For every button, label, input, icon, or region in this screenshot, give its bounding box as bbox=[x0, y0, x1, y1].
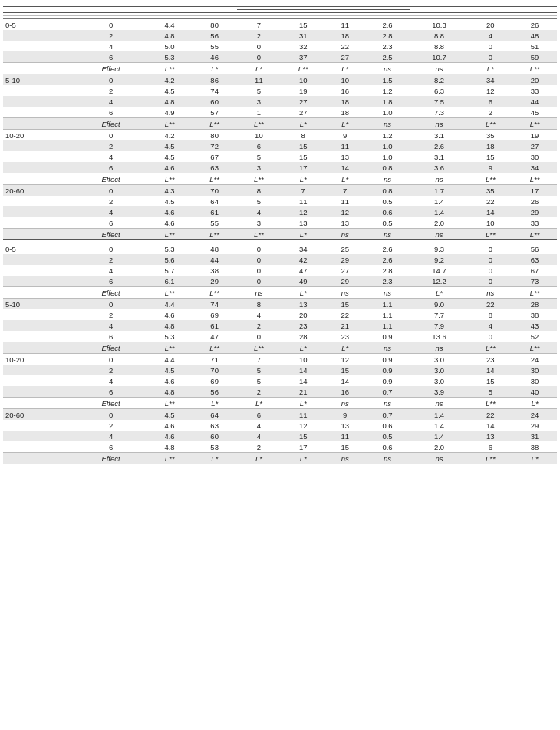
cell-lime: 6 bbox=[75, 331, 147, 342]
cell-p: 1.4 bbox=[410, 196, 469, 206]
cell-ph: 4.2 bbox=[147, 130, 192, 141]
cell-h-al: 80 bbox=[193, 130, 237, 141]
cell-base-sat: L* bbox=[512, 398, 557, 409]
cell-h-al: 61 bbox=[193, 206, 237, 217]
cell-depth: 0-5 bbox=[3, 19, 75, 31]
cell-al-sat: 6 bbox=[468, 441, 512, 453]
cell-h-al: 86 bbox=[193, 74, 237, 86]
cell-mg2: 29 bbox=[325, 254, 364, 265]
cell-base-sat: 44 bbox=[512, 96, 557, 107]
cell-al3: 2 bbox=[237, 30, 282, 41]
cell-depth bbox=[3, 265, 75, 276]
cell-base-sat: L** bbox=[512, 287, 557, 299]
cell-h-al: 74 bbox=[193, 85, 237, 96]
cell-ph: 5.7 bbox=[147, 265, 192, 276]
cell-lime: 0 bbox=[75, 409, 147, 421]
cell-h-al: 60 bbox=[193, 96, 237, 107]
cell-ph: 5.3 bbox=[147, 51, 192, 63]
cell-al3: 8 bbox=[237, 299, 282, 310]
cell-k: 1.8 bbox=[364, 96, 410, 107]
cell-k: 0.9 bbox=[364, 375, 410, 386]
table-row: 25.644042292.69.2063 bbox=[3, 254, 557, 265]
cell-ca2: 15 bbox=[281, 19, 325, 31]
table-row: EffectL**L**L**L*L*nsnsL**L** bbox=[3, 118, 557, 130]
cell-p: ns bbox=[410, 173, 469, 185]
cell-k: 0.8 bbox=[364, 185, 410, 197]
cell-lime: 2 bbox=[75, 254, 147, 265]
cell-depth bbox=[3, 375, 75, 386]
cell-ca2: 12 bbox=[281, 420, 325, 431]
cell-base-sat: 30 bbox=[512, 375, 557, 386]
table-row: 65.347028230.913.6052 bbox=[3, 331, 557, 342]
cell-ph: 4.2 bbox=[147, 74, 192, 86]
cell-ca2: L** bbox=[281, 63, 325, 74]
cell-ph: 5.3 bbox=[147, 331, 192, 342]
cell-depth bbox=[3, 217, 75, 229]
cell-lime: 0 bbox=[75, 354, 147, 365]
cell-depth bbox=[3, 342, 75, 354]
col-ph bbox=[147, 7, 192, 13]
cell-al-sat: 35 bbox=[468, 185, 512, 197]
cell-ca2: 47 bbox=[281, 265, 325, 276]
cell-base-sat: 30 bbox=[512, 151, 557, 162]
cell-al-sat: 15 bbox=[468, 375, 512, 386]
cell-k: 0.7 bbox=[364, 409, 410, 421]
cell-al3: 0 bbox=[237, 254, 282, 265]
cell-mg2: 23 bbox=[325, 331, 364, 342]
cell-h-al: 29 bbox=[193, 276, 237, 287]
cell-ca2: 21 bbox=[281, 386, 325, 398]
cell-ph: L** bbox=[147, 118, 192, 130]
cell-base-sat: 26 bbox=[512, 196, 557, 206]
cell-ph: 4.5 bbox=[147, 151, 192, 162]
cell-lime: 0 bbox=[75, 19, 147, 31]
cell-p: ns bbox=[410, 342, 469, 354]
table-row: 44.861223211.17.9443 bbox=[3, 320, 557, 331]
cell-depth bbox=[3, 320, 75, 331]
cell-al-sat: 15 bbox=[468, 151, 512, 162]
cell-ph: 4.8 bbox=[147, 441, 192, 453]
cell-k: 0.6 bbox=[364, 420, 410, 431]
cell-k: ns bbox=[364, 173, 410, 185]
cell-ca2: 12 bbox=[281, 206, 325, 217]
cell-depth bbox=[3, 140, 75, 151]
cell-base-sat: 29 bbox=[512, 420, 557, 431]
cell-base-sat: L** bbox=[512, 342, 557, 354]
cell-depth bbox=[3, 229, 75, 240]
cell-h-al: 69 bbox=[193, 309, 237, 320]
cell-base-sat: 52 bbox=[512, 331, 557, 342]
cell-h-al: 56 bbox=[193, 30, 237, 41]
cell-k: 0.6 bbox=[364, 441, 410, 453]
cell-depth bbox=[3, 30, 75, 41]
cell-al3: 0 bbox=[237, 265, 282, 276]
cell-al-sat: 35 bbox=[468, 130, 512, 141]
cell-mg2: 9 bbox=[325, 130, 364, 141]
cell-k: 0.6 bbox=[364, 206, 410, 217]
cell-ph: 4.4 bbox=[147, 354, 192, 365]
cell-depth: 10-20 bbox=[3, 130, 75, 141]
cell-base-sat: 40 bbox=[512, 386, 557, 398]
table-row: EffectL**L*L*L*nsnsnsL**L* bbox=[3, 453, 557, 464]
table-row: 44.567515131.03.11530 bbox=[3, 151, 557, 162]
cell-h-al: 38 bbox=[193, 265, 237, 276]
cell-k: 2.3 bbox=[364, 276, 410, 287]
cell-ph: 4.5 bbox=[147, 85, 192, 96]
cell-mg2: L* bbox=[325, 342, 364, 354]
cell-h-al: 44 bbox=[193, 254, 237, 265]
col-base-sat bbox=[512, 7, 557, 13]
cell-ca2: 14 bbox=[281, 375, 325, 386]
cell-ca2: 13 bbox=[281, 299, 325, 310]
cell-ca2: 14 bbox=[281, 365, 325, 375]
cell-al3: L* bbox=[237, 453, 282, 464]
cell-lime: 0 bbox=[75, 74, 147, 86]
col-lime bbox=[75, 7, 147, 13]
cell-al3: 11 bbox=[237, 74, 282, 86]
cell-mg2: 11 bbox=[325, 19, 364, 31]
cell-p: 8.8 bbox=[410, 41, 469, 51]
cell-ph: 4.3 bbox=[147, 185, 192, 197]
cell-h-al: 74 bbox=[193, 299, 237, 310]
cell-al3: 0 bbox=[237, 276, 282, 287]
cell-ph: 4.8 bbox=[147, 320, 192, 331]
cell-al3: 6 bbox=[237, 409, 282, 421]
cell-p: 3.0 bbox=[410, 375, 469, 386]
table-row: 24.572615111.02.61827 bbox=[3, 140, 557, 151]
